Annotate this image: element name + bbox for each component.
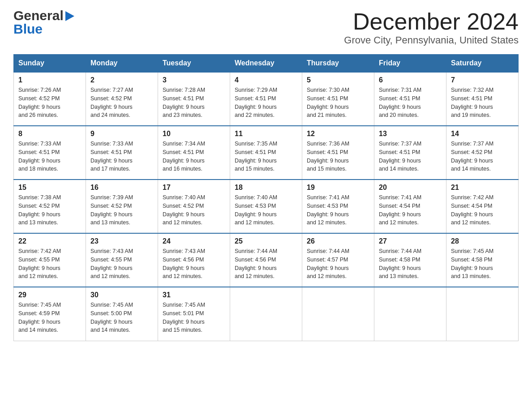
day-cell: 17 Sunrise: 7:40 AMSunset: 4:52 PMDaylig…	[158, 180, 230, 233]
day-cell: 14 Sunrise: 7:37 AMSunset: 4:52 PMDaylig…	[446, 126, 519, 180]
day-cell: 4 Sunrise: 7:29 AMSunset: 4:51 PMDayligh…	[230, 72, 302, 126]
day-number: 11	[235, 130, 297, 138]
day-info: Sunrise: 7:37 AMSunset: 4:51 PMDaylight:…	[379, 141, 421, 172]
day-info: Sunrise: 7:30 AMSunset: 4:51 PMDaylight:…	[307, 87, 349, 118]
day-info: Sunrise: 7:44 AMSunset: 4:57 PMDaylight:…	[307, 248, 349, 279]
day-number: 29	[18, 291, 81, 299]
day-number: 21	[451, 184, 514, 192]
day-cell: 8 Sunrise: 7:33 AMSunset: 4:51 PMDayligh…	[14, 126, 86, 180]
day-info: Sunrise: 7:45 AMSunset: 4:59 PMDaylight:…	[18, 302, 61, 333]
day-cell: 1 Sunrise: 7:26 AMSunset: 4:52 PMDayligh…	[14, 72, 86, 126]
day-info: Sunrise: 7:34 AMSunset: 4:51 PMDaylight:…	[163, 141, 205, 172]
day-info: Sunrise: 7:26 AMSunset: 4:52 PMDaylight:…	[18, 87, 61, 118]
day-info: Sunrise: 7:44 AMSunset: 4:58 PMDaylight:…	[379, 248, 421, 279]
day-cell	[302, 287, 374, 341]
day-number: 16	[90, 184, 153, 192]
day-cell: 21 Sunrise: 7:42 AMSunset: 4:54 PMDaylig…	[446, 180, 519, 233]
day-info: Sunrise: 7:41 AMSunset: 4:54 PMDaylight:…	[379, 194, 421, 226]
day-number: 31	[163, 291, 225, 299]
weekday-header-tuesday: Tuesday	[158, 55, 230, 73]
week-row-5: 29 Sunrise: 7:45 AMSunset: 4:59 PMDaylig…	[14, 287, 519, 341]
weekday-header-thursday: Thursday	[302, 55, 374, 73]
day-cell: 28 Sunrise: 7:45 AMSunset: 4:58 PMDaylig…	[446, 233, 519, 287]
day-cell: 19 Sunrise: 7:41 AMSunset: 4:53 PMDaylig…	[302, 180, 374, 233]
day-number: 27	[379, 237, 442, 245]
weekday-header-saturday: Saturday	[446, 55, 519, 73]
day-cell: 6 Sunrise: 7:31 AMSunset: 4:51 PMDayligh…	[374, 72, 446, 126]
day-cell: 15 Sunrise: 7:38 AMSunset: 4:52 PMDaylig…	[14, 180, 86, 233]
day-number: 3	[163, 76, 225, 84]
day-info: Sunrise: 7:27 AMSunset: 4:52 PMDaylight:…	[90, 87, 133, 118]
day-number: 13	[379, 130, 442, 138]
day-cell: 25 Sunrise: 7:44 AMSunset: 4:56 PMDaylig…	[230, 233, 302, 287]
day-info: Sunrise: 7:33 AMSunset: 4:51 PMDaylight:…	[18, 141, 61, 172]
weekday-header-row: SundayMondayTuesdayWednesdayThursdayFrid…	[14, 55, 519, 73]
logo-general-text: General	[13, 9, 64, 22]
svg-marker-0	[65, 11, 74, 21]
day-cell: 26 Sunrise: 7:44 AMSunset: 4:57 PMDaylig…	[302, 233, 374, 287]
day-cell: 13 Sunrise: 7:37 AMSunset: 4:51 PMDaylig…	[374, 126, 446, 180]
weekday-header-wednesday: Wednesday	[230, 55, 302, 73]
day-cell: 31 Sunrise: 7:45 AMSunset: 5:01 PMDaylig…	[158, 287, 230, 341]
day-number: 4	[235, 76, 297, 84]
day-cell: 5 Sunrise: 7:30 AMSunset: 4:51 PMDayligh…	[302, 72, 374, 126]
location-title: Grove City, Pennsylvania, United States	[344, 34, 519, 46]
logo: General Blue	[13, 9, 74, 36]
day-info: Sunrise: 7:40 AMSunset: 4:52 PMDaylight:…	[163, 194, 205, 226]
day-info: Sunrise: 7:37 AMSunset: 4:52 PMDaylight:…	[451, 141, 493, 172]
day-info: Sunrise: 7:28 AMSunset: 4:51 PMDaylight:…	[163, 87, 205, 118]
day-number: 20	[379, 184, 442, 192]
day-number: 17	[163, 184, 225, 192]
day-number: 9	[90, 130, 153, 138]
calendar-table: SundayMondayTuesdayWednesdayThursdayFrid…	[13, 54, 519, 341]
day-number: 22	[18, 237, 81, 245]
day-info: Sunrise: 7:45 AMSunset: 4:58 PMDaylight:…	[451, 248, 493, 279]
day-cell: 24 Sunrise: 7:43 AMSunset: 4:56 PMDaylig…	[158, 233, 230, 287]
day-cell: 16 Sunrise: 7:39 AMSunset: 4:52 PMDaylig…	[86, 180, 158, 233]
day-cell: 22 Sunrise: 7:42 AMSunset: 4:55 PMDaylig…	[14, 233, 86, 287]
day-number: 30	[90, 291, 153, 299]
week-row-2: 8 Sunrise: 7:33 AMSunset: 4:51 PMDayligh…	[14, 126, 519, 180]
day-info: Sunrise: 7:33 AMSunset: 4:51 PMDaylight:…	[90, 141, 133, 172]
day-info: Sunrise: 7:45 AMSunset: 5:00 PMDaylight:…	[90, 302, 133, 333]
day-number: 2	[90, 76, 153, 84]
day-number: 1	[18, 76, 81, 84]
day-info: Sunrise: 7:43 AMSunset: 4:55 PMDaylight:…	[90, 248, 133, 279]
month-title: December 2024	[344, 9, 519, 34]
day-cell: 7 Sunrise: 7:32 AMSunset: 4:51 PMDayligh…	[446, 72, 519, 126]
day-info: Sunrise: 7:36 AMSunset: 4:51 PMDaylight:…	[307, 141, 349, 172]
day-number: 10	[163, 130, 225, 138]
day-info: Sunrise: 7:43 AMSunset: 4:56 PMDaylight:…	[163, 248, 205, 279]
day-cell: 29 Sunrise: 7:45 AMSunset: 4:59 PMDaylig…	[14, 287, 86, 341]
week-row-3: 15 Sunrise: 7:38 AMSunset: 4:52 PMDaylig…	[14, 180, 519, 233]
day-number: 26	[307, 237, 369, 245]
day-cell: 23 Sunrise: 7:43 AMSunset: 4:55 PMDaylig…	[86, 233, 158, 287]
weekday-header-friday: Friday	[374, 55, 446, 73]
day-info: Sunrise: 7:44 AMSunset: 4:56 PMDaylight:…	[235, 248, 277, 279]
day-info: Sunrise: 7:45 AMSunset: 5:01 PMDaylight:…	[163, 302, 205, 333]
day-info: Sunrise: 7:32 AMSunset: 4:51 PMDaylight:…	[451, 87, 493, 118]
logo-blue-text: Blue	[13, 22, 43, 36]
day-cell: 27 Sunrise: 7:44 AMSunset: 4:58 PMDaylig…	[374, 233, 446, 287]
day-cell: 3 Sunrise: 7:28 AMSunset: 4:51 PMDayligh…	[158, 72, 230, 126]
day-number: 19	[307, 184, 369, 192]
weekday-header-monday: Monday	[86, 55, 158, 73]
day-cell: 9 Sunrise: 7:33 AMSunset: 4:51 PMDayligh…	[86, 126, 158, 180]
weekday-header-sunday: Sunday	[14, 55, 86, 73]
day-info: Sunrise: 7:29 AMSunset: 4:51 PMDaylight:…	[235, 87, 277, 118]
day-info: Sunrise: 7:35 AMSunset: 4:51 PMDaylight:…	[235, 141, 277, 172]
day-number: 8	[18, 130, 81, 138]
day-info: Sunrise: 7:38 AMSunset: 4:52 PMDaylight:…	[18, 194, 61, 226]
day-number: 15	[18, 184, 81, 192]
day-info: Sunrise: 7:42 AMSunset: 4:54 PMDaylight:…	[451, 194, 493, 226]
day-cell	[446, 287, 519, 341]
day-cell: 12 Sunrise: 7:36 AMSunset: 4:51 PMDaylig…	[302, 126, 374, 180]
week-row-4: 22 Sunrise: 7:42 AMSunset: 4:55 PMDaylig…	[14, 233, 519, 287]
day-info: Sunrise: 7:41 AMSunset: 4:53 PMDaylight:…	[307, 194, 349, 226]
header: General Blue December 2024 Grove City, P…	[13, 9, 519, 46]
day-number: 7	[451, 76, 514, 84]
day-cell: 20 Sunrise: 7:41 AMSunset: 4:54 PMDaylig…	[374, 180, 446, 233]
day-info: Sunrise: 7:40 AMSunset: 4:53 PMDaylight:…	[235, 194, 277, 226]
day-cell: 11 Sunrise: 7:35 AMSunset: 4:51 PMDaylig…	[230, 126, 302, 180]
day-number: 5	[307, 76, 369, 84]
